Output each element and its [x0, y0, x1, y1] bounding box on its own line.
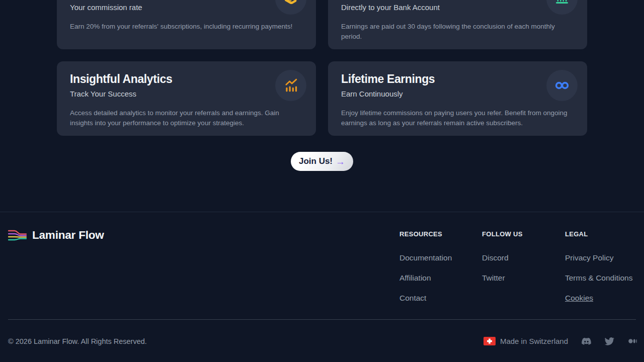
made-in-switzerland: Made in Switzerland [484, 337, 568, 345]
card-description: Access detailed analytics to monitor you… [70, 108, 303, 128]
footer-link-cookies[interactable]: Cookies [565, 294, 632, 302]
feature-card-analytics: Insightful Analytics Track Your Success … [57, 61, 316, 136]
icon-circle [546, 0, 578, 15]
card-subtitle: Earn Continuously [341, 89, 574, 99]
footer-link-privacy-policy[interactable]: Privacy Policy [565, 254, 632, 261]
arrow-right-icon: → [336, 157, 345, 166]
card-description: Enjoy lifetime commissions on paying use… [341, 108, 574, 128]
footer-column-resources: RESOURCES Documentation Affiliation Cont… [399, 230, 452, 314]
brand-name: Laminar Flow [32, 229, 104, 242]
column-title: LEGAL [565, 230, 632, 238]
card-title: Insightful Analytics [70, 71, 303, 86]
made-in-label: Made in Switzerland [500, 337, 568, 345]
swiss-flag-icon [484, 337, 496, 345]
infinity-icon [554, 80, 570, 90]
chart-trend-icon [283, 78, 299, 94]
bank-icon [555, 0, 569, 5]
icon-circle [275, 0, 306, 15]
join-us-button[interactable]: Join Us! → [291, 152, 353, 171]
feature-cards-grid: Your commission rate Earn 20% from your … [57, 0, 587, 136]
feature-card-bank-payout: Directly to your Bank Account Earnings a… [328, 0, 587, 49]
site-footer: Laminar Flow RESOURCES Documentation Aff… [0, 212, 644, 362]
card-description: Earnings are paid out 30 days following … [341, 22, 574, 42]
card-title: Lifetime Earnings [341, 71, 574, 86]
medium-icon[interactable] [628, 336, 637, 346]
discord-icon[interactable] [582, 336, 591, 346]
feature-card-lifetime-earnings: Lifetime Earnings Earn Continuously Enjo… [328, 61, 587, 136]
feature-card-commission: Your commission rate Earn 20% from your … [57, 0, 316, 49]
card-subtitle: Your commission rate [70, 3, 303, 12]
column-title: RESOURCES [399, 230, 452, 238]
card-description: Earn 20% from your referrals' subscripti… [70, 22, 303, 32]
join-us-label: Join Us! [299, 156, 333, 166]
icon-circle [546, 70, 578, 101]
footer-link-contact[interactable]: Contact [399, 294, 452, 302]
icon-circle [275, 70, 306, 101]
footer-link-twitter[interactable]: Twitter [482, 274, 523, 282]
card-subtitle: Directly to your Bank Account [341, 3, 574, 12]
laminar-flow-logo-icon [8, 229, 27, 242]
twitter-icon[interactable] [605, 336, 614, 346]
hand-coin-icon [283, 0, 298, 5]
footer-brand: Laminar Flow [8, 229, 104, 242]
footer-link-documentation[interactable]: Documentation [399, 254, 452, 261]
footer-link-terms-conditions[interactable]: Terms & Conditions [565, 274, 632, 282]
copyright-text: © 2026 Laminar Flow. All Rights Reserved… [8, 337, 147, 345]
footer-link-affiliation[interactable]: Affiliation [399, 274, 452, 282]
column-title: FOLLOW US [482, 230, 523, 238]
footer-link-discord[interactable]: Discord [482, 254, 523, 261]
footer-column-legal: LEGAL Privacy Policy Terms & Conditions … [565, 230, 632, 314]
footer-column-follow-us: FOLLOW US Discord Twitter [482, 230, 523, 294]
footer-bottom-bar: © 2026 Laminar Flow. All Rights Reserved… [8, 320, 637, 362]
card-subtitle: Track Your Success [70, 89, 303, 99]
